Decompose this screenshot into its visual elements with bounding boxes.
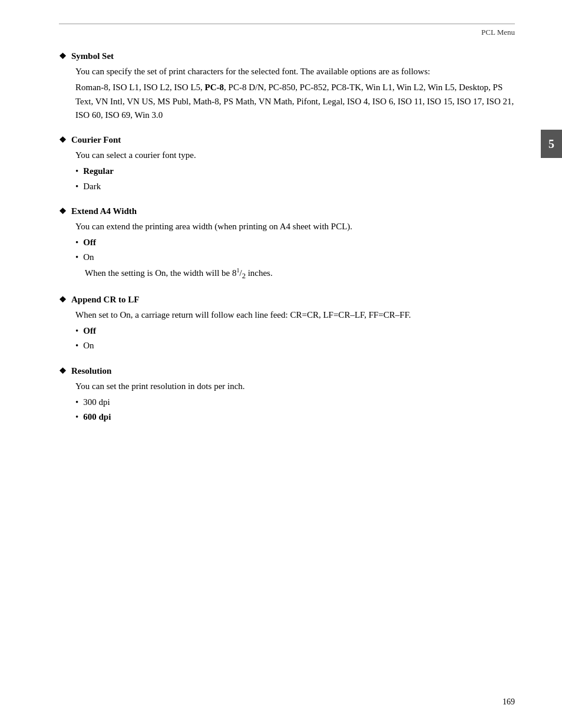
bullet-text: Off [83,236,96,249]
body-text-1: You can specify the set of print charact… [75,65,515,78]
section-title-courier-font: ❖ Courier Font [59,135,515,145]
diamond-icon: ❖ [59,295,67,305]
section-symbol-set: ❖ Symbol Set You can specify the set of … [59,51,515,122]
diamond-icon: ❖ [59,51,67,61]
bullet-dot: • [75,410,78,424]
bullet-text: On [83,339,94,353]
bullet-list-resolution: • 300 dpi • 600 dpi [75,396,515,424]
page-number: 169 [503,697,515,707]
section-body-symbol-set: You can specify the set of print charact… [75,65,515,122]
bullet-dot: • [75,180,78,193]
section-body-append-cr-lf: When set to On, a carriage return will f… [75,308,515,353]
section-title-append-cr-lf: ❖ Append CR to LF [59,295,515,305]
list-item: • 300 dpi [75,396,515,409]
list-item: • Regular [75,164,515,178]
section-body-extend-a4: You can extend the printing area width (… [75,220,515,282]
bullet-list-courier-font: • Regular • Dark [75,164,515,193]
header-rule [59,24,515,24]
bullet-dot: • [75,251,78,264]
body-text-2: Roman-8, ISO L1, ISO L2, ISO L5, PC-8, P… [75,81,515,122]
section-body-courier-font: You can select a courier font type. • Re… [75,149,515,193]
section-title-resolution: ❖ Resolution [59,366,515,376]
bullet-dot: • [75,396,78,409]
note-text: When the setting is On, the width will b… [85,266,515,282]
bullet-dot: • [75,236,78,249]
bullet-text: 300 dpi [83,396,110,409]
list-item: • On [75,251,515,264]
title-text: Symbol Set [71,51,114,61]
diamond-icon: ❖ [59,206,67,216]
title-text: Append CR to LF [71,295,139,305]
page-container: PCL Menu 5 ❖ Symbol Set You can specify … [0,0,562,728]
title-text: Courier Font [71,135,121,145]
body-text: You can select a courier font type. [75,149,515,162]
section-append-cr-lf: ❖ Append CR to LF When set to On, a carr… [59,295,515,353]
diamond-icon: ❖ [59,135,67,145]
diamond-icon: ❖ [59,366,67,376]
bullet-list-extend-a4: • Off • On [75,236,515,265]
bullet-text: Dark [83,180,101,193]
section-courier-font: ❖ Courier Font You can select a courier … [59,135,515,193]
section-resolution: ❖ Resolution You can set the print resol… [59,366,515,424]
bullet-dot: • [75,324,78,338]
list-item: • Off [75,324,515,338]
title-text: Resolution [71,366,111,376]
bullet-dot: • [75,164,78,178]
list-item: • On [75,339,515,353]
chapter-tab: 5 [541,130,562,158]
section-title-extend-a4: ❖ Extend A4 Width [59,206,515,216]
list-item: • Off [75,236,515,249]
bullet-text: 600 dpi [83,410,111,424]
body-text: You can extend the printing area width (… [75,220,515,233]
list-item: • Dark [75,180,515,193]
body-text: When set to On, a carriage return will f… [75,308,515,322]
list-item: • 600 dpi [75,410,515,424]
header-line: PCL Menu [59,28,515,37]
body-text: You can set the print resolution in dots… [75,380,515,393]
bullet-text: Regular [83,164,114,178]
section-extend-a4: ❖ Extend A4 Width You can extend the pri… [59,206,515,282]
title-text: Extend A4 Width [71,206,137,216]
bullet-text: Off [83,324,96,338]
bullet-list-append-cr-lf: • Off • On [75,324,515,353]
section-body-resolution: You can set the print resolution in dots… [75,380,515,424]
bullet-text: On [83,251,94,264]
header-title: PCL Menu [481,28,515,37]
bullet-dot: • [75,339,78,353]
section-title-symbol-set: ❖ Symbol Set [59,51,515,61]
